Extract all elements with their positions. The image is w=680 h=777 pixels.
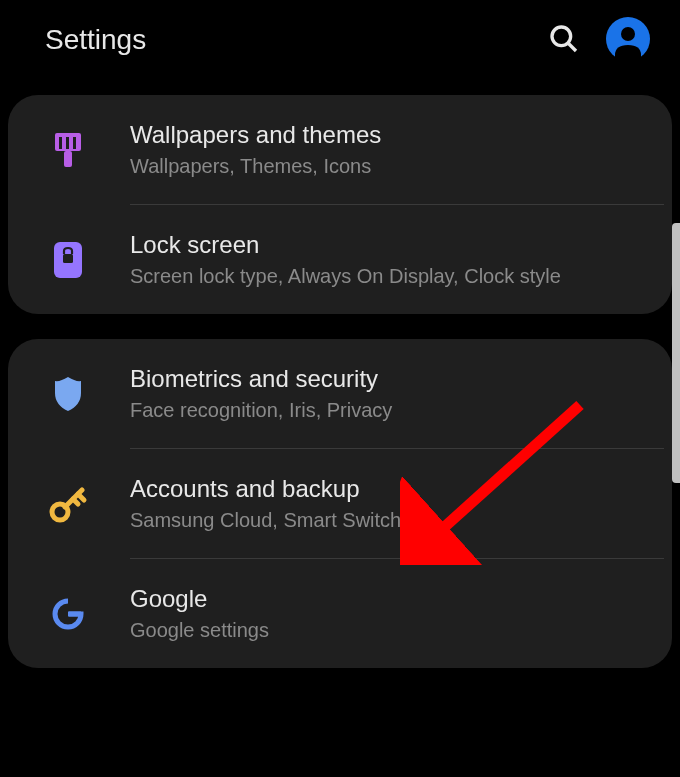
settings-group-2: Biometrics and security Face recognition… xyxy=(8,339,672,668)
search-button[interactable] xyxy=(544,19,584,62)
svg-line-1 xyxy=(568,43,576,51)
item-title: Lock screen xyxy=(130,231,652,259)
svg-rect-8 xyxy=(64,151,72,167)
profile-button[interactable] xyxy=(606,17,650,64)
svg-rect-6 xyxy=(66,137,69,149)
svg-line-13 xyxy=(78,494,84,500)
settings-item-biometrics[interactable]: Biometrics and security Face recognition… xyxy=(8,339,672,448)
scrollbar[interactable] xyxy=(672,223,680,483)
settings-header: Settings xyxy=(0,0,680,80)
item-subtitle: Screen lock type, Always On Display, Clo… xyxy=(130,265,652,288)
key-icon xyxy=(48,484,88,524)
settings-item-google[interactable]: Google Google settings xyxy=(8,559,672,668)
brush-icon xyxy=(48,130,88,170)
svg-point-3 xyxy=(621,27,635,41)
item-title: Accounts and backup xyxy=(130,475,652,503)
item-subtitle: Google settings xyxy=(130,619,652,642)
settings-item-lockscreen[interactable]: Lock screen Screen lock type, Always On … xyxy=(8,205,672,314)
svg-point-0 xyxy=(552,27,571,46)
item-title: Google xyxy=(130,585,652,613)
svg-rect-10 xyxy=(63,254,73,263)
google-icon xyxy=(48,594,88,634)
search-icon xyxy=(548,43,580,58)
header-actions xyxy=(544,17,650,64)
item-subtitle: Wallpapers, Themes, Icons xyxy=(130,155,652,178)
shield-icon xyxy=(48,374,88,414)
svg-line-14 xyxy=(73,499,78,504)
profile-icon xyxy=(606,49,650,64)
item-title: Biometrics and security xyxy=(130,365,652,393)
svg-rect-7 xyxy=(73,137,76,149)
svg-rect-5 xyxy=(59,137,62,149)
item-subtitle: Face recognition, Iris, Privacy xyxy=(130,399,652,422)
settings-item-wallpapers[interactable]: Wallpapers and themes Wallpapers, Themes… xyxy=(8,95,672,204)
item-subtitle: Samsung Cloud, Smart Switch xyxy=(130,509,652,532)
settings-group-1: Wallpapers and themes Wallpapers, Themes… xyxy=(8,95,672,314)
settings-item-accounts[interactable]: Accounts and backup Samsung Cloud, Smart… xyxy=(8,449,672,558)
item-title: Wallpapers and themes xyxy=(130,121,652,149)
page-title: Settings xyxy=(45,24,146,56)
lock-icon xyxy=(48,240,88,280)
